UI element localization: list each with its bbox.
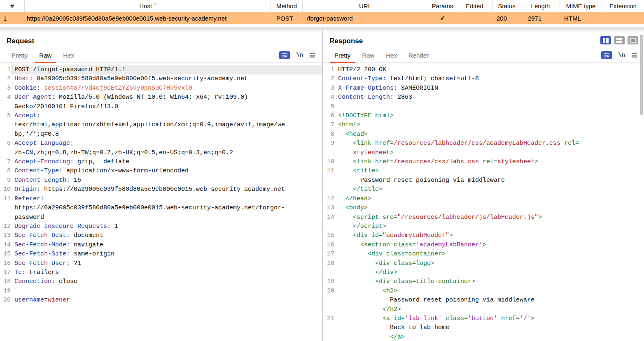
code-line[interactable]: 12 </head> [323, 195, 644, 204]
code-line[interactable]: Password reset poisoning via middleware [323, 296, 644, 305]
tab-render[interactable]: Render [403, 48, 434, 63]
column-header-url[interactable]: URL [303, 0, 428, 12]
column-header-params[interactable]: Params [428, 0, 457, 12]
code-line[interactable]: 10Origin: https://0a29005c039f580d80a5e9… [0, 185, 322, 194]
horizontal-splitter[interactable] [0, 27, 644, 30]
code-line[interactable]: 4User-Agent: Mozilla/5.0 (Windows NT 10.… [0, 93, 322, 102]
code-line[interactable]: password [0, 213, 322, 222]
code-line[interactable]: </h2> [323, 305, 644, 314]
column-header-method[interactable]: Method [271, 0, 303, 12]
code-line[interactable]: 12Upgrade-Insecure-Requests: 1 [0, 222, 322, 231]
layout-single-pane-button[interactable] [628, 36, 638, 44]
request-editor: 1POST /forgot-password HTTP/1.12Host: 0a… [0, 63, 322, 305]
column-header-mime-type[interactable]: MIME type [560, 0, 602, 12]
code-line[interactable]: Gecko/20100101 Firefox/113.0 [0, 102, 322, 111]
column-header-extension[interactable]: Extension [602, 0, 644, 12]
column-header-length[interactable]: Length [521, 0, 560, 12]
code-line[interactable]: 1POST /forgot-password HTTP/1.1 [0, 65, 322, 74]
code-line[interactable]: 13 <body> [323, 204, 644, 213]
code-line[interactable]: 19 <div class=title-container> [323, 277, 644, 286]
code-line[interactable]: stylesheet> [323, 148, 644, 158]
tab-pretty[interactable]: Pretty [329, 48, 356, 63]
tab-pretty[interactable]: Pretty [6, 48, 33, 63]
line-number: 18 [323, 259, 334, 268]
code-line[interactable]: Password reset poisoning via middleware [323, 176, 644, 185]
code-line[interactable]: Back to lab home [323, 323, 644, 332]
code-line[interactable]: 2Host: 0a29005c039f580d80a5e9eb000e0015.… [0, 74, 322, 84]
code-line[interactable]: 7<html> [323, 121, 644, 130]
word-wrap-button[interactable] [279, 51, 290, 59]
code-line[interactable]: 6Accept-Language: [0, 139, 322, 148]
editor-menu-button[interactable] [631, 53, 637, 58]
request-panel-title: Request [0, 30, 322, 47]
code-line[interactable]: 1HTTP/2 200 OK [323, 65, 644, 74]
newline-toggle-button[interactable]: \n [618, 52, 625, 58]
code-line[interactable]: 10 <link href=/resources/css/labs.css re… [323, 158, 644, 167]
code-text: <link href=/resources/labheader/css/acad… [334, 139, 644, 148]
code-line[interactable]: 11Referer: [0, 195, 322, 204]
code-line[interactable]: https://0a29005c039f580d80a5e9eb000e0015… [0, 204, 322, 213]
code-line[interactable]: 3X-Frame-Options: SAMEORIGIN [323, 84, 644, 93]
code-line[interactable]: 4Content-Length: 2863 [323, 93, 644, 102]
code-line[interactable]: 5Accept: [0, 111, 322, 121]
code-line[interactable]: 3Cookie: session=o7rVd4cj9cEtZYZ6ky0pnS0… [0, 84, 322, 93]
layout-split-rows-button[interactable] [614, 36, 625, 44]
word-wrap-button[interactable] [601, 51, 612, 59]
code-line[interactable]: 16 <section class='academyLabBanner'> [323, 241, 644, 250]
code-line[interactable]: 13Sec-Fetch-Dest: document [0, 231, 322, 240]
code-line[interactable]: zh-CN,zh;q=0.8,zh-TW;q=0.7,zh-HK;q=0.5,e… [0, 148, 322, 158]
code-line[interactable]: 15Sec-Fetch-Site: same-origin [0, 250, 322, 259]
code-line[interactable]: 14 <script src="/resources/labheader/js/… [323, 213, 644, 222]
code-line[interactable]: 18Connection: close [0, 277, 322, 286]
code-line[interactable]: 20username=wiener [0, 296, 322, 305]
layout-split-columns-button[interactable] [600, 36, 611, 44]
code-line[interactable]: 5 [323, 102, 644, 111]
code-line[interactable]: 21 <a id='lab-link' class='button' href=… [323, 314, 644, 323]
code-line[interactable]: </title> [323, 185, 644, 194]
code-line[interactable]: 2Content-Type: text/html; charset=utf-8 [323, 74, 644, 84]
code-line[interactable]: 17Te: trailers [0, 268, 322, 277]
column-header-edited[interactable]: Edited [457, 0, 492, 12]
code-line[interactable]: </div> [323, 268, 644, 277]
code-text: Referer: [11, 195, 322, 204]
code-line[interactable]: 18 <div class=logo> [323, 259, 644, 268]
code-line[interactable]: text/html,application/xhtml+xml,applicat… [0, 121, 322, 130]
code-line[interactable]: 6<!DOCTYPE html> [323, 111, 644, 121]
code-line[interactable]: 20 <h2> [323, 287, 644, 296]
line-number: 19 [0, 287, 11, 296]
code-text: HTTP/2 200 OK [334, 65, 644, 74]
editor-menu-button[interactable] [309, 53, 315, 58]
code-line[interactable]: 11 <title> [323, 167, 644, 176]
code-line[interactable]: 9Content-Length: 15 [0, 176, 322, 185]
code-line[interactable]: 7Accept-Encoding: gzip, deflate [0, 158, 322, 167]
code-line[interactable]: 16Sec-Fetch-User: ?1 [0, 259, 322, 268]
row-extension-cell [602, 12, 644, 24]
tab-hex[interactable]: Hex [57, 48, 80, 63]
line-number: 13 [323, 204, 334, 213]
code-line[interactable]: bp,*/*;q=0.8 [0, 130, 322, 139]
newline-toggle-button[interactable]: \n [296, 52, 303, 58]
column-header-num[interactable]: # [0, 0, 25, 12]
tab-raw[interactable]: Raw [356, 48, 380, 63]
code-line[interactable]: </script> [323, 222, 644, 231]
code-line[interactable]: 8Content-Type: application/x-www-form-ur… [0, 167, 322, 176]
line-number: 20 [323, 287, 334, 296]
line-number: 6 [323, 111, 334, 121]
column-header-host[interactable]: Host ^ [25, 0, 271, 12]
code-line[interactable]: 9 <link href=/resources/labheader/css/ac… [323, 139, 644, 148]
response-scrollbar-thumb[interactable] [640, 35, 643, 115]
code-line[interactable]: 15 <div id="academyLabHeader"> [323, 231, 644, 240]
code-line[interactable]: 19 [0, 287, 322, 296]
tab-raw[interactable]: Raw [33, 48, 57, 63]
table-row[interactable]: 1 https://0a29005c039f580d80a5e9eb000e00… [0, 12, 644, 24]
code-line[interactable]: 17 <div class=container> [323, 250, 644, 259]
columns-layout-icon [603, 38, 609, 43]
code-line[interactable]: 8 <head> [323, 130, 644, 139]
code-text: <div class=container> [334, 250, 644, 259]
tab-hex[interactable]: Hex [380, 48, 403, 63]
code-line[interactable]: 14Sec-Fetch-Mode: navigate [0, 241, 322, 250]
line-number: 9 [323, 139, 334, 148]
code-text: User-Agent: Mozilla/5.0 (Windows NT 10.0… [11, 93, 322, 102]
code-line[interactable]: </a> [323, 333, 644, 341]
column-header-status[interactable]: Status [492, 0, 521, 12]
